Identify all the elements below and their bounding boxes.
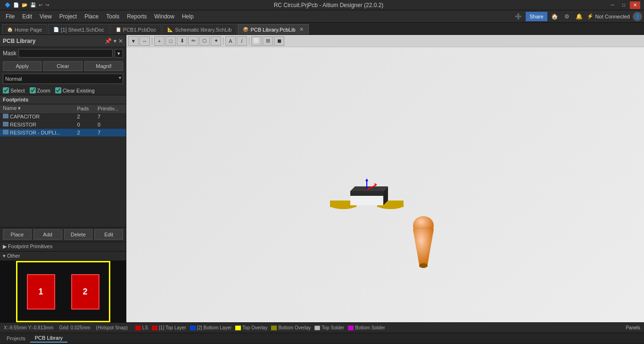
menu-project[interactable]: Project <box>56 12 81 21</box>
connection-status: ⚡ Not Connected <box>587 13 630 19</box>
table-row[interactable]: RESISTOR 0 0 <box>0 121 126 129</box>
col-name[interactable]: Name ▾ <box>0 104 74 113</box>
square-tool[interactable]: ⬜ <box>251 36 262 46</box>
hex-tool[interactable]: ⬡ <box>199 36 210 46</box>
tab-projects[interactable]: Projects <box>2 335 30 342</box>
notification-icon[interactable]: 🔔 <box>575 12 584 21</box>
redo-icon[interactable]: ↪ <box>44 2 50 8</box>
grid-display: Grid: 0.025mm <box>59 325 90 330</box>
panel-menu-icon[interactable]: ▾ <box>114 38 116 44</box>
component-icon <box>3 114 8 118</box>
disconnected-icon: ⚡ <box>587 13 594 19</box>
home-icon[interactable]: 🏠 <box>550 12 560 21</box>
mask-dropdown[interactable]: ▾ <box>115 49 123 58</box>
line-tool[interactable]: / <box>237 36 247 46</box>
open-icon[interactable]: 📂 <box>21 2 28 8</box>
fill-tool[interactable]: ◼ <box>274 36 284 46</box>
panel-close-icon[interactable]: ✕ <box>118 38 123 44</box>
table-row[interactable]: CAPACITOR 2 7 <box>0 113 126 121</box>
menu-help[interactable]: Help <box>178 12 198 21</box>
pin-icon[interactable]: 📌 <box>105 38 112 44</box>
tab-pcblib[interactable]: 📦 PCB Library.PcbLib ✕ <box>238 24 308 34</box>
col-pads[interactable]: Pads <box>74 104 94 113</box>
zoom-checkbox[interactable] <box>30 87 36 93</box>
layers-bar: LS [1] Top Layer [2] Bottom Layer Top Ov… <box>135 325 385 330</box>
user-avatar[interactable]: 👤 <box>633 12 642 21</box>
select-checkbox[interactable] <box>3 87 9 93</box>
layer-top-overlay[interactable]: Top Overlay <box>235 325 267 330</box>
pin-svg <box>409 212 438 269</box>
zoom-checkbox-label[interactable]: Zoom <box>30 87 50 93</box>
component-icon <box>3 122 8 126</box>
minimize-button[interactable]: ─ <box>607 1 618 9</box>
panels-button[interactable]: Panels <box>626 325 640 330</box>
filter-tool[interactable]: ▼ <box>128 36 139 46</box>
layer-top-solder[interactable]: Top Solder <box>314 325 344 330</box>
cone-highlight <box>413 229 434 267</box>
settings-icon[interactable]: ⚙ <box>562 12 572 21</box>
grid-tool[interactable]: ⊞ <box>263 36 273 46</box>
pcb-canvas-area: ▼ ↔ + □ ⬇ ✏ ⬡ ✦ A / ⬜ ⊞ ◼ <box>126 35 644 322</box>
plus-icon[interactable]: ➕ <box>513 12 523 21</box>
menu-place[interactable]: Place <box>81 12 102 21</box>
add-button[interactable]: Add <box>33 229 62 240</box>
delete-button[interactable]: Delete <box>64 229 93 240</box>
tab-pcblib-label: PCB Library.PcbLib <box>250 27 295 33</box>
col-primitives[interactable]: Primitiv... <box>95 104 126 113</box>
clear-button[interactable]: Clear <box>43 61 82 71</box>
layer-bottom[interactable]: [2] Bottom Layer <box>190 325 231 330</box>
tab-pcb[interactable]: 📋 PCB1.PcbDoc <box>110 24 161 34</box>
apply-button[interactable]: Apply <box>3 61 41 71</box>
layer-top[interactable]: [1] Top Layer <box>152 325 186 330</box>
pen-tool[interactable]: ✏ <box>188 36 198 46</box>
row-primitives: 7 <box>95 129 126 137</box>
layer-bottom-overlay[interactable]: Bottom Overlay <box>271 325 311 330</box>
tab-schematic[interactable]: 📄 [1] Sheet1.SchDoc <box>48 24 109 34</box>
select-checkbox-label[interactable]: Select <box>3 87 25 93</box>
clear-existing-checkbox-label[interactable]: Clear Existing <box>55 87 95 93</box>
new-icon[interactable]: 📄 <box>12 2 20 8</box>
menu-window[interactable]: Window <box>150 12 178 21</box>
place-button[interactable]: Place <box>3 229 32 240</box>
edit-button[interactable]: Edit <box>94 229 123 240</box>
select-tool[interactable]: ↔ <box>140 36 150 46</box>
table-header: Name ▾ Pads Primitiv... <box>0 104 126 113</box>
footprint-primitives-section[interactable]: Footprint Primitives <box>0 242 126 251</box>
layer-ls[interactable]: LS <box>135 325 148 330</box>
magnif-button[interactable]: Magnif <box>84 61 123 71</box>
restore-button[interactable]: □ <box>619 1 629 9</box>
table-row[interactable]: RESISTOR - DUPLI... 2 7 <box>0 129 126 137</box>
tab-close-icon[interactable]: ✕ <box>299 26 304 33</box>
layer-top-overlay-color <box>235 326 241 330</box>
clear-existing-checkbox[interactable] <box>55 87 61 93</box>
add-tool[interactable]: + <box>154 36 165 46</box>
rect-tool[interactable]: □ <box>165 36 176 46</box>
footprints-header: Footprints <box>0 95 126 104</box>
statusbar: X:-9.55mm Y:-0.813mm Grid: 0.025mm (Hots… <box>0 322 644 333</box>
menu-reports[interactable]: Reports <box>123 12 150 21</box>
undo-icon[interactable]: ↩ <box>38 2 43 8</box>
save-icon[interactable]: 💾 <box>29 2 37 8</box>
star-tool[interactable]: ✦ <box>211 36 221 46</box>
menu-view[interactable]: View <box>36 12 56 21</box>
share-button[interactable]: Share <box>526 12 547 21</box>
menu-file[interactable]: File <box>2 12 18 21</box>
tab-home[interactable]: 🏠 Home Page <box>2 24 47 34</box>
connection-label: Not Connected <box>595 14 630 19</box>
separator <box>223 37 223 45</box>
pcb-library-panel: PCB Library 📌 ▾ ✕ Mask ▾ Apply Clear Mag… <box>0 35 126 322</box>
close-button[interactable]: ✕ <box>630 1 640 9</box>
menu-tools[interactable]: Tools <box>102 12 123 21</box>
mode-select[interactable]: Normal Masked Dimmed Hidden Off <box>3 74 123 84</box>
tab-pcb-library[interactable]: PCB Library <box>30 334 67 343</box>
tab-schlib[interactable]: 📐 Schematic library.SchLib <box>162 24 237 34</box>
menu-edit[interactable]: Edit <box>18 12 36 21</box>
text-tool[interactable]: A <box>225 36 236 46</box>
down-tool[interactable]: ⬇ <box>177 36 187 46</box>
mask-input[interactable] <box>18 49 113 58</box>
layer-bottom-solder[interactable]: Bottom Solder <box>348 325 385 330</box>
layer-ls-label: LS <box>142 325 148 330</box>
other-section[interactable]: Other <box>0 251 126 260</box>
row-name: RESISTOR <box>0 121 74 129</box>
canvas-viewport[interactable] <box>126 47 644 322</box>
